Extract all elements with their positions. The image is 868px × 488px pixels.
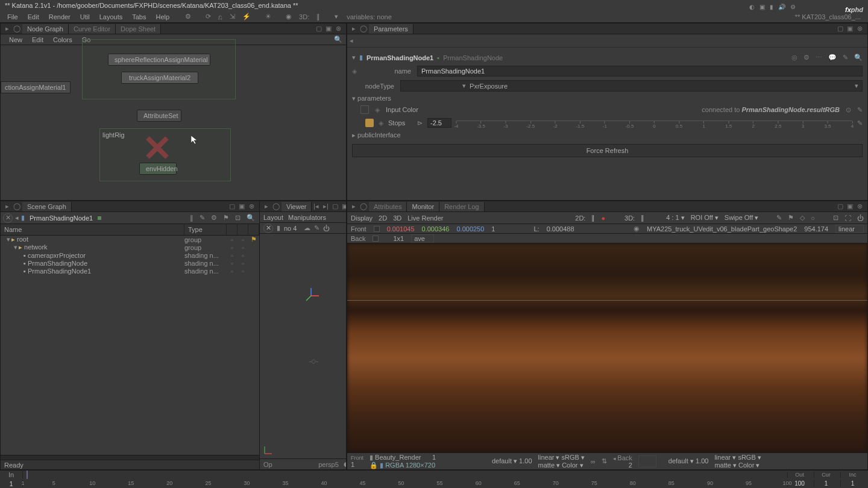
panel-max-icon[interactable]: ▢	[836, 202, 844, 211]
mon-linear-dropdown[interactable]: linear ▾	[538, 454, 560, 461]
node-group-top[interactable]	[82, 39, 236, 99]
panel-max-icon[interactable]: ▢	[315, 25, 323, 33]
tl-out-value[interactable]: 100	[794, 480, 805, 487]
pause-icon[interactable]: ‖	[313, 11, 324, 22]
panel-menu-icon[interactable]: ▸	[3, 202, 11, 211]
panel-lock-icon[interactable]: ◯	[272, 202, 280, 211]
gear-icon[interactable]: ⚙	[209, 214, 219, 222]
mon-fit-icon[interactable]: ⛶	[844, 214, 851, 222]
tree-row[interactable]: ▪ PrmanShadingNode1shading n...▫▫	[1, 267, 259, 275]
tab-nodegraph[interactable]: Node Graph	[22, 24, 69, 34]
tab-attributes[interactable]: Attributes	[369, 202, 407, 211]
header-type[interactable]: Type	[184, 224, 227, 235]
mon-pen-icon[interactable]: ✎	[776, 214, 782, 222]
panel-float-icon[interactable]: ▣	[846, 25, 854, 33]
node-envhidden[interactable]: envHidden	[139, 163, 177, 175]
tl-cur-value[interactable]: 1	[825, 480, 828, 487]
cache-icon[interactable]: ⎌	[215, 12, 226, 22]
mon-default-dropdown[interactable]: default ▾	[492, 457, 517, 465]
panel-menu-icon[interactable]: ▸	[3, 25, 11, 33]
tl-in-value[interactable]: 1	[0, 480, 23, 487]
panel-lock-icon[interactable]: ◯	[359, 202, 368, 211]
mon-2d[interactable]: 2D	[379, 214, 387, 222]
mon-srgb-dropdown[interactable]: sRGB ▾	[562, 454, 585, 461]
panel-max-icon[interactable]: ▢	[331, 202, 339, 211]
tab-curveeditor[interactable]: Curve Editor	[69, 24, 116, 34]
vw-manipulators[interactable]: Manipulators	[288, 214, 326, 221]
panel-float-icon[interactable]: ▣	[846, 202, 854, 211]
panel-float-icon[interactable]: ▣	[341, 202, 347, 211]
header-name[interactable]: Name	[1, 224, 184, 235]
pause-icon[interactable]: ‖	[188, 214, 195, 222]
menu-help[interactable]: Help	[151, 12, 174, 22]
mon-pause-icon[interactable]: ‖	[641, 214, 644, 222]
tree-row[interactable]: ▾▸ networkgroup▫▫	[1, 243, 259, 251]
tree-row[interactable]: ▪ camerapxrProjectorshading n...▫▫	[1, 251, 259, 259]
panel-lock-icon[interactable]: ◯	[359, 25, 368, 33]
link-icon[interactable]: ∞	[591, 458, 596, 465]
expand-icon[interactable]: ⊡	[233, 214, 242, 222]
clear-focus-button[interactable]: ✕	[3, 213, 13, 223]
nodegraph-canvas[interactable]: ctionAssignMaterial1 sphereReflectionAss…	[1, 45, 346, 200]
timeline-ruler[interactable]	[23, 471, 787, 479]
panel-max-icon[interactable]: ▢	[836, 25, 844, 33]
keyframe-badge[interactable]	[365, 119, 374, 127]
chat-icon[interactable]: 💬	[828, 54, 837, 61]
gear-icon[interactable]: ⚙	[181, 11, 195, 22]
viewer-canvas[interactable]: -◇-	[260, 234, 347, 458]
header-col3[interactable]	[248, 224, 259, 235]
refresh-icon[interactable]: ⟳	[202, 11, 215, 22]
search-icon[interactable]: 🔍	[854, 54, 863, 61]
vw-brush-icon[interactable]: ✎	[314, 224, 319, 232]
tab-renderlog[interactable]: Render Log	[439, 202, 485, 211]
menu-render[interactable]: Render	[44, 12, 75, 22]
mon-color-dropdown[interactable]: Color ▾	[562, 461, 583, 469]
sun-icon[interactable]: ☀	[262, 11, 275, 22]
mon-ave-dropdown[interactable]: ave	[411, 234, 434, 243]
mon-tag-icon[interactable]: ⚑	[788, 214, 794, 222]
mon-linear2-dropdown[interactable]: linear ▾	[714, 454, 736, 461]
mon-liverender[interactable]: Live Render	[407, 214, 443, 222]
header-col1[interactable]	[227, 224, 237, 235]
panel-menu-icon[interactable]: ▸	[262, 202, 271, 211]
search-icon[interactable]: 🔍	[245, 214, 257, 222]
ng-colors[interactable]: Colors	[48, 35, 77, 45]
plug-icon[interactable]: ⊙	[846, 106, 851, 114]
swap-icon[interactable]: ⇅	[602, 457, 607, 465]
menu-util[interactable]: Util	[75, 12, 95, 22]
mon-srgb2-dropdown[interactable]: sRGB ▾	[738, 454, 761, 461]
mon-diamond-icon[interactable]: ◇	[800, 214, 805, 222]
collapse-icon[interactable]: ▾	[352, 54, 356, 61]
panel-lock-icon[interactable]: ◯	[13, 25, 21, 33]
stops-slider[interactable]: -4 -3.5 -3 -2.5 -2 -1.5 -1 -0.5 0 0.5 1 …	[456, 120, 852, 128]
node-truck-material[interactable]: truckAssignMaterial2	[121, 72, 198, 84]
panel-close-icon[interactable]: ⊗	[247, 202, 256, 211]
tab-parameters[interactable]: Parameters	[369, 24, 414, 34]
mon-record-icon[interactable]: ●	[601, 214, 605, 222]
wrench-icon[interactable]: ✎	[857, 119, 863, 127]
link-icon[interactable]: ⋯	[816, 54, 822, 61]
mon-scale[interactable]: 4 : 1 ▾	[666, 214, 684, 222]
mon-roi[interactable]: ROI Off ▾	[691, 214, 719, 222]
panel-max-icon[interactable]: ▢	[228, 202, 236, 211]
playhead[interactable]	[27, 471, 28, 479]
color-swatch[interactable]	[360, 105, 369, 114]
search-icon[interactable]: 🔍	[334, 36, 342, 43]
tree-row[interactable]: ▾▸ rootgroup▫▫⚑	[1, 236, 259, 243]
mon-swipe[interactable]: Swipe Off ▾	[725, 214, 759, 222]
node-sphere-reflection[interactable]: sphereReflectionAssignMaterial	[108, 54, 210, 66]
mon-matte-dropdown[interactable]: matte ▾	[538, 461, 561, 469]
gear-icon[interactable]: ⚙	[804, 54, 810, 61]
next-icon[interactable]: ▸|	[321, 202, 330, 211]
tab-monitor[interactable]: Monitor	[407, 202, 439, 211]
wand-icon[interactable]: ⚡	[239, 11, 254, 22]
nodetype-dropdown[interactable]: ▾ PxrExposure▾	[400, 80, 863, 92]
mon-matte2-dropdown[interactable]: matte ▾	[714, 461, 737, 469]
vw-cloud-icon[interactable]: ☁	[304, 224, 310, 232]
mon-circle-icon[interactable]: ○	[811, 214, 815, 222]
force-refresh-button[interactable]: Force Refresh	[352, 144, 863, 157]
menu-file[interactable]: File	[2, 12, 23, 22]
vw-power-icon[interactable]: ⏻	[323, 225, 330, 232]
monitor-render-view[interactable]	[347, 243, 867, 452]
panel-close-icon[interactable]: ⊗	[855, 25, 864, 33]
